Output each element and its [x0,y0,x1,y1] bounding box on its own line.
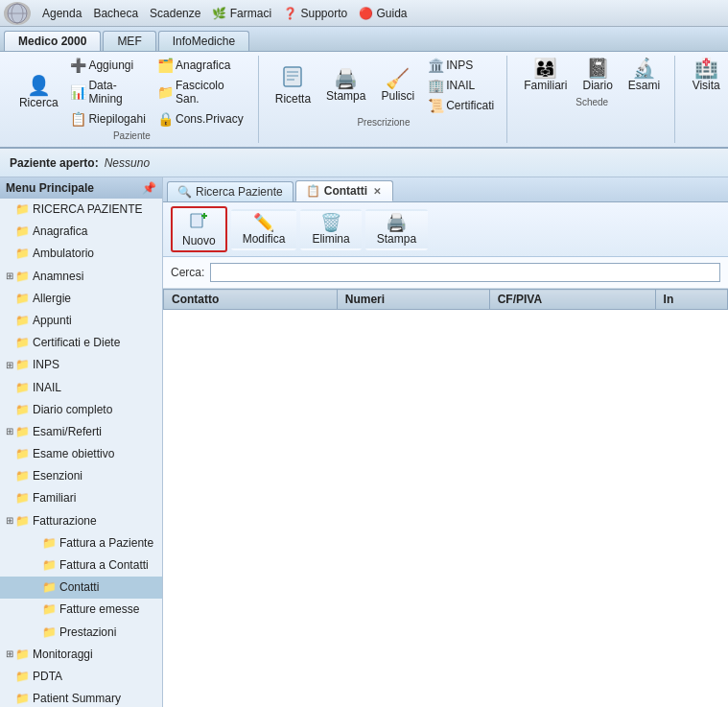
modifica-button[interactable]: ✏️ Modifica [231,209,297,250]
diary-icon: 📓 [586,59,610,78]
sidebar-item-14[interactable]: ⊞📁Fatturazione [0,510,162,532]
plus-icon: ➕ [70,59,86,72]
sidebar-item-2[interactable]: ⊞📁Ambulatorio [0,243,162,265]
sidebar-item-20[interactable]: ⊞📁Monitoraggi [0,644,162,666]
search-input[interactable] [210,263,720,282]
sidebar-item-22[interactable]: ⊞📁Patient Summary [0,688,162,707]
folder-icon: 📁 [15,445,30,463]
consprivacy-button[interactable]: 🔒 Cons.Privacy [153,109,250,129]
sidebar-item-label-4: Allergie [33,290,71,308]
sidebar-item-17[interactable]: ⊞📁Contatti [0,577,162,599]
riepilogahi-button[interactable]: 📋 Riepilogahi [65,109,151,129]
svg-rect-7 [191,214,202,227]
folder-icon: 📁 [42,534,57,553]
sidebar-item-3[interactable]: ⊞📁Anamnesi [0,266,162,288]
sidebar-item-16[interactable]: ⊞📁Fattura a Contatti [0,554,162,577]
sidebar-item-12[interactable]: ⊞📁Esenzioni [0,465,162,487]
aggiungi-button[interactable]: ➕ Aggiungi [65,56,151,75]
search-tab-icon: 🔍 [177,185,192,199]
folder-icon: 📁 [15,379,30,397]
ricetta-icon [281,65,304,91]
ribbon-tabs: Medico 2000 MEF InfoMediche [0,27,728,52]
table-header-row: Contatto Numeri CF/PIVA In [164,290,728,310]
ricerca-button[interactable]: 👤 Ricerca [13,73,63,112]
menu-scadenze[interactable]: Scadenze [144,5,206,22]
paziente-small-buttons: ➕ Aggiungi 📊 Data-Mining 📋 Riepilogahi [65,56,151,129]
folder-icon: 📁 [15,401,30,419]
familiari-button[interactable]: 👨‍👩‍👧 Familiari [517,56,574,95]
menu-supporto[interactable]: ❓ Supporto [277,5,353,22]
menu-farmaci[interactable]: 🌿 Farmaci [206,5,277,22]
folder-icon: 📁 [15,245,30,263]
esami-button[interactable]: 🔬 Esami [622,56,667,95]
sidebar-item-18[interactable]: ⊞📁Fatture emesse [0,599,162,621]
sidebar-item-6[interactable]: ⊞📁Certificati e Diete [0,332,162,354]
sidebar-item-label-5: Appunti [33,312,72,330]
lock-icon: 🔒 [157,112,174,126]
sidebar-item-13[interactable]: ⊞📁Familiari [0,487,162,509]
table-container: Contatto Numeri CF/PIVA In [163,289,728,707]
sidebar-item-7[interactable]: ⊞📁INPS [0,354,162,376]
sidebar-item-4[interactable]: ⊞📁Allergie [0,288,162,310]
fascicolo-label: Fascicolo San. [176,79,246,106]
prescrizione-buttons: Ricetta 🖨️ Stampa 🧹 Pulisci 🏛️ INPS 🏢 IN… [269,56,499,115]
sidebar-item-label-13: Familiari [33,489,76,507]
sidebar-item-10[interactable]: ⊞📁Esami/Referti [0,421,162,443]
col-contatto: Contatto [164,290,338,310]
sidebar-item-5[interactable]: ⊞📁Appunti [0,310,162,332]
folder-icon: 📁 [42,578,57,597]
sidebar-item-label-7: INPS [33,356,59,374]
stampa-contatti-icon: 🖨️ [386,214,407,231]
clean-icon: 🧹 [386,69,410,88]
inail-icon: 🏢 [428,79,444,92]
svg-rect-3 [284,67,301,86]
inps-button[interactable]: 🏛️ INPS [423,56,499,75]
menu-bacheca[interactable]: Bacheca [87,5,144,22]
stampa-button[interactable]: 🖨️ Stampa [319,66,372,106]
sidebar-item-8[interactable]: ⊞📁INAIL [0,377,162,399]
sidebar-item-9[interactable]: ⊞📁Diario completo [0,399,162,421]
search-tab-label: Ricerca Paziente [196,185,283,199]
sidebar-item-label-16: Fattura a Contatti [59,556,149,575]
menu-guida[interactable]: 🔴 Guida [353,5,412,22]
sidebar-item-0[interactable]: ⊞📁RICERCA PAZIENTE [0,199,162,221]
anagrafica-label: Anagrafica [176,59,230,72]
sidebar-item-label-14: Fatturazione [33,512,97,530]
ricetta-label: Ricetta [275,92,311,106]
inps-icon: 🏛️ [428,59,444,72]
folder-icon: 📁 [15,312,30,330]
diario-button[interactable]: 📓 Diario [576,56,620,95]
stampa-contatti-button[interactable]: 🖨️ Stampa [365,209,428,250]
sidebar-item-15[interactable]: ⊞📁Fattura a Paziente [0,532,162,554]
folder-icon: 📁 [15,200,30,219]
sidebar-header: Menu Principale 📌 [0,177,162,199]
col-cfpiva: CF/PIVA [489,290,655,310]
certificati-button[interactable]: 📜 Certificati [423,96,499,115]
menu-agenda[interactable]: Agenda [36,5,87,22]
ribbon-group-paziente: 👤 Ricerca ➕ Aggiungi 📊 Data-Mining 📋 Rie… [6,56,259,143]
tab-infomediche[interactable]: InfoMediche [158,31,249,51]
tab-mef[interactable]: MEF [103,31,155,51]
pulisci-button[interactable]: 🧹 Pulisci [374,66,421,106]
sidebar-item-19[interactable]: ⊞📁Prestazioni [0,622,162,644]
inail-button[interactable]: 🏢 INAIL [423,76,499,95]
visita-button[interactable]: 🏥 Visita [685,56,727,95]
fascicolo-button[interactable]: 📁 Fascicolo San. [153,76,250,108]
sidebar-item-11[interactable]: ⊞📁Esame obiettivo [0,443,162,465]
folder-icon: 📁 [15,512,30,530]
ricetta-button[interactable]: Ricetta [269,62,317,108]
datamining-label: Data-Mining [88,79,146,106]
sidebar-item-21[interactable]: ⊞📁PDTA [0,666,162,688]
tab-ricerca-paziente[interactable]: 🔍 Ricerca Paziente [167,181,294,201]
sidebar-item-1[interactable]: ⊞📁Anagrafica [0,221,162,243]
anagrafica-button[interactable]: 🗂️ Anagrafica [153,56,250,75]
nuovo-button[interactable]: Nuovo [171,206,227,252]
pin-icon[interactable]: 📌 [142,181,156,195]
search-label: Cerca: [171,266,204,279]
contatti-tab-close[interactable]: ✕ [371,186,383,197]
familiari-label: Familiari [524,79,567,92]
tab-medico2000[interactable]: Medico 2000 [4,31,101,51]
elimina-button[interactable]: 🗑️ Elimina [300,209,361,250]
tab-contatti[interactable]: 📋 Contatti ✕ [295,180,393,201]
datamining-button[interactable]: 📊 Data-Mining [65,76,151,108]
